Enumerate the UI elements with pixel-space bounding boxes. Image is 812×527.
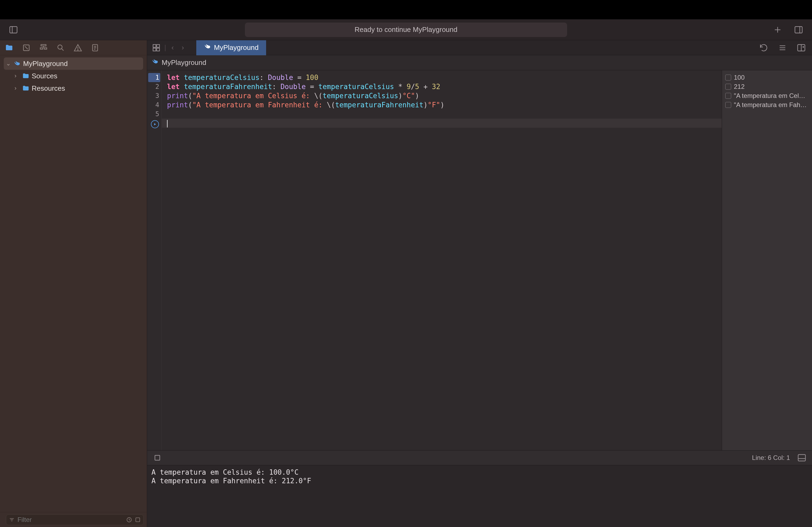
window-titlebar: Ready to continue MyPlayground	[0, 19, 812, 40]
tree-item-resources[interactable]: › Resources	[4, 82, 143, 94]
navigator-sidebar: ⌄ MyPlayground › Sources ›	[0, 40, 147, 527]
tree-item-label: Resources	[32, 84, 65, 93]
console-output[interactable]: A temperatura em Celsius é: 100.0°C A te…	[147, 465, 812, 527]
line-number: 2	[147, 82, 161, 91]
result-row[interactable]: 212	[725, 82, 809, 91]
code-text[interactable]: let temperaturaCelsius: Double = 100 let…	[162, 70, 722, 450]
svg-line-7	[25, 46, 28, 49]
project-navigator-icon[interactable]	[4, 42, 14, 53]
build-status: Ready to continue MyPlayground	[245, 22, 567, 37]
source-control-navigator-icon[interactable]	[21, 42, 32, 53]
svg-point-12	[58, 45, 62, 49]
nav-back-icon[interactable]: ‹	[169, 44, 176, 52]
chevron-right-icon[interactable]: ›	[14, 73, 20, 79]
navigator-footer	[0, 512, 147, 527]
navigator-toolbar	[0, 40, 147, 55]
filter-field[interactable]	[6, 514, 144, 525]
editor-options-icon[interactable]	[777, 43, 788, 52]
svg-rect-27	[153, 45, 156, 47]
tree-item-label: Sources	[32, 72, 57, 80]
line-number: 3	[147, 91, 161, 100]
swift-file-icon	[204, 43, 211, 52]
stop-icon[interactable]	[152, 453, 163, 463]
text-cursor	[167, 120, 168, 127]
symbol-navigator-icon[interactable]	[38, 42, 49, 53]
issue-navigator-icon[interactable]	[73, 42, 83, 53]
result-row[interactable]: "A temperatura em Cel…	[725, 91, 809, 100]
folder-icon	[22, 72, 30, 80]
related-items-icon[interactable]	[151, 43, 162, 52]
tab-myplayground[interactable]: MyPlayground	[196, 40, 266, 55]
nav-forward-icon[interactable]: ›	[179, 44, 187, 52]
project-tree: ⌄ MyPlayground › Sources ›	[0, 55, 147, 512]
line-gutter: 1 2 3 4 5	[147, 70, 162, 450]
tree-root-myplayground[interactable]: ⌄ MyPlayground	[4, 57, 143, 70]
swift-file-icon	[151, 58, 159, 67]
line-number: 4	[147, 100, 161, 109]
run-line-icon[interactable]	[151, 120, 159, 128]
result-row[interactable]: "A temperatura em Fah…	[725, 100, 809, 109]
svg-rect-40	[798, 454, 806, 461]
report-navigator-icon[interactable]	[90, 42, 100, 53]
svg-line-13	[61, 48, 63, 50]
build-status-text: Ready to continue MyPlayground	[354, 26, 457, 34]
tab-bar: | ‹ › MyPlayground	[147, 40, 812, 55]
quicklook-icon[interactable]	[725, 93, 731, 99]
editor-area: | ‹ › MyPlayground	[147, 40, 812, 527]
quicklook-icon[interactable]	[725, 84, 731, 90]
svg-rect-30	[157, 48, 160, 51]
add-tab-icon[interactable]	[772, 25, 783, 35]
results-sidebar: 100 212 "A temperatura em Cel… "A temper…	[722, 70, 812, 450]
svg-marker-38	[154, 123, 156, 125]
find-navigator-icon[interactable]	[55, 42, 66, 53]
cursor-position: Line: 6 Col: 1	[752, 454, 790, 462]
quicklook-icon[interactable]	[725, 102, 731, 108]
svg-rect-26	[136, 517, 140, 522]
chevron-right-icon[interactable]: ›	[14, 85, 20, 92]
toggle-console-icon[interactable]	[796, 453, 807, 463]
code-editor[interactable]: 1 2 3 4 5 let temperaturaCelsius: Double…	[147, 70, 722, 450]
toggle-right-sidebar-icon[interactable]	[793, 25, 804, 35]
svg-rect-11	[44, 48, 47, 49]
quicklook-icon[interactable]	[725, 75, 731, 80]
chevron-down-icon[interactable]: ⌄	[6, 60, 11, 67]
tabbar-divider: |	[164, 44, 166, 52]
filter-input[interactable]	[17, 516, 124, 524]
add-editor-icon[interactable]	[796, 43, 807, 52]
jump-bar[interactable]: MyPlayground	[147, 55, 812, 70]
debug-bar: Line: 6 Col: 1	[147, 450, 812, 465]
svg-rect-29	[153, 48, 156, 51]
result-row[interactable]: 100	[725, 73, 809, 82]
svg-rect-28	[157, 45, 160, 47]
svg-rect-10	[40, 48, 43, 49]
tree-root-label: MyPlayground	[23, 60, 68, 68]
rerun-icon[interactable]	[758, 43, 769, 52]
macos-menubar-black	[0, 0, 812, 19]
svg-point-15	[77, 49, 78, 50]
toggle-left-sidebar-icon[interactable]	[8, 25, 19, 35]
svg-rect-8	[41, 45, 46, 46]
svg-rect-0	[10, 27, 17, 33]
tree-item-sources[interactable]: › Sources	[4, 70, 143, 82]
folder-icon	[22, 85, 30, 92]
line-number: 1	[148, 73, 160, 82]
scm-filter-icon[interactable]	[135, 517, 141, 523]
svg-rect-39	[155, 455, 160, 460]
tab-label: MyPlayground	[214, 44, 259, 52]
breadcrumb-label: MyPlayground	[162, 59, 206, 67]
svg-rect-4	[795, 27, 802, 33]
swift-file-icon	[13, 60, 21, 67]
recent-icon[interactable]	[126, 517, 132, 523]
line-number: 5	[147, 109, 161, 119]
